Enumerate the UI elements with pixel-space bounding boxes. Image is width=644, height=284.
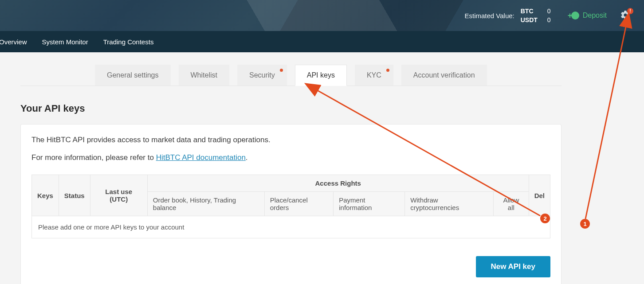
col-keys: Keys	[32, 175, 59, 216]
settings-tabs: General settings Whitelist Security API …	[20, 65, 562, 86]
col-last-use: Last use (UTC)	[90, 175, 147, 216]
alert-dot-icon	[280, 69, 283, 72]
description-suffix: .	[246, 153, 248, 162]
col-place-cancel: Place/cancel orders	[264, 192, 333, 216]
tab-api-keys[interactable]: API keys	[295, 65, 347, 86]
api-docs-link[interactable]: HitBTC API documentation	[156, 153, 246, 162]
gear-icon	[620, 10, 631, 20]
section-title: Your API keys	[20, 103, 562, 114]
col-access-rights: Access Rights	[147, 175, 529, 192]
deposit-icon: +	[569, 11, 579, 20]
description-prefix: For more information, please refer to	[31, 153, 156, 162]
estimated-value-label: Estimated Value:	[464, 12, 514, 19]
deposit-label: Deposit	[583, 12, 607, 19]
settings-button[interactable]: !	[620, 10, 631, 22]
col-allow-all: Allow all	[494, 192, 529, 216]
col-withdraw: Withdraw cryptocurrencies	[405, 192, 494, 216]
description-line-1: The HitBTC API provides access to market…	[31, 134, 550, 146]
nav-overview[interactable]: Overview	[0, 38, 27, 46]
api-keys-table: Keys Status Last use (UTC) Access Rights…	[31, 175, 550, 238]
col-payment-info: Payment information	[334, 192, 405, 216]
deposit-button[interactable]: + Deposit	[569, 11, 607, 20]
col-status: Status	[59, 175, 90, 216]
annotation-badge-1: 1	[580, 219, 590, 229]
balance-symbol-usdt: USDT	[521, 16, 542, 24]
page-content: General settings Whitelist Security API …	[20, 52, 562, 284]
nav-trading-contests[interactable]: Trading Contests	[103, 38, 154, 46]
tab-security[interactable]: Security	[237, 65, 287, 86]
main-nav: Overview System Monitor Trading Contests	[0, 31, 644, 52]
empty-state-row: Please add one or more API keys to your …	[32, 216, 550, 238]
new-api-key-button[interactable]: New API key	[476, 256, 550, 277]
col-del: Del	[529, 175, 550, 216]
tab-kyc-label: KYC	[367, 71, 381, 79]
gear-alert-badge: !	[627, 8, 633, 14]
col-order-book: Order book, History, Trading balance	[147, 192, 264, 216]
tab-kyc[interactable]: KYC	[355, 65, 393, 86]
nav-system-monitor[interactable]: System Monitor	[42, 38, 88, 46]
tab-whitelist[interactable]: Whitelist	[179, 65, 229, 86]
balance-value-usdt: 0	[547, 16, 552, 24]
api-keys-card: The HitBTC API provides access to market…	[20, 124, 562, 284]
balance-symbol-btc: BTC	[521, 7, 542, 16]
top-banner: Estimated Value: BTC 0 USDT 0 + Deposit …	[0, 0, 644, 31]
balance-block: BTC 0 USDT 0	[521, 7, 552, 24]
tab-general-settings[interactable]: General settings	[95, 65, 171, 86]
alert-dot-icon	[386, 69, 389, 72]
balance-value-btc: 0	[547, 7, 552, 16]
description-line-2: For more information, please refer to Hi…	[31, 152, 550, 163]
annotation-arrow-1	[585, 25, 626, 219]
tab-account-verification[interactable]: Account verification	[401, 65, 487, 86]
tab-security-label: Security	[249, 71, 275, 79]
